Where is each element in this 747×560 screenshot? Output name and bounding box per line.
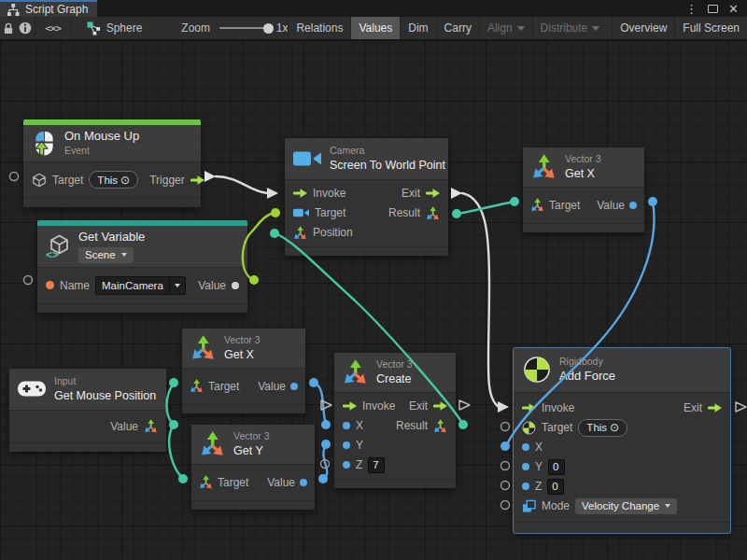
node-screen-to-world-point[interactable]: Camera Screen To World Point Invoke Exit… xyxy=(285,138,448,256)
wire-getx-to-create-x xyxy=(314,383,326,425)
code-view-button[interactable]: <×> xyxy=(35,17,71,39)
align-button[interactable]: Align xyxy=(479,17,532,39)
port-camera-result-out[interactable] xyxy=(452,209,461,218)
target-object-picker[interactable]: This⊙ xyxy=(89,171,138,189)
float-port-icon xyxy=(522,483,529,490)
node-add-force[interactable]: Rigidbody Add Force Invoke Exit Target T… xyxy=(514,348,730,533)
vector3-icon xyxy=(343,359,368,385)
node-on-mouse-up[interactable]: On Mouse Up Event Target This⊙ Trigger xyxy=(23,119,201,207)
z-port-label: Z xyxy=(535,480,542,493)
flow-arrow-icon xyxy=(190,175,204,185)
variable-scope-dropdown[interactable]: Scene xyxy=(78,247,134,263)
carry-button[interactable]: Carry xyxy=(436,17,479,39)
invoke-port-label: Invoke xyxy=(542,401,574,414)
maximize-icon[interactable] xyxy=(708,5,718,13)
gameobject-icon xyxy=(32,173,47,188)
y-value-input[interactable]: 0 xyxy=(548,459,565,475)
chevron-down-icon xyxy=(517,26,525,31)
distribute-button[interactable]: Distribute xyxy=(532,17,608,39)
vector3-icon xyxy=(190,335,216,360)
port-create-x-in[interactable] xyxy=(321,420,331,429)
z-port-label: Z xyxy=(356,458,362,471)
port-mousepos-value-out[interactable] xyxy=(169,420,178,429)
mode-dropdown[interactable]: Velocity Change xyxy=(575,498,677,514)
window-menu-icon[interactable]: ⋮ xyxy=(685,3,698,15)
float-port-icon xyxy=(522,443,529,451)
vector3-port-icon xyxy=(190,379,204,393)
input-icon xyxy=(18,380,46,398)
port-create-result-out[interactable] xyxy=(458,420,468,429)
z-value-input[interactable]: 0 xyxy=(547,479,564,495)
port-create-y-in[interactable] xyxy=(321,440,331,449)
port-getvariable-name-in[interactable] xyxy=(24,276,33,285)
node-get-y[interactable]: Vector 3 Get Y Target Value xyxy=(191,425,315,510)
port-camera-exit-out[interactable] xyxy=(451,188,462,199)
z-value-input[interactable]: 7 xyxy=(368,457,385,473)
object-picker-icon: ⊙ xyxy=(120,175,130,186)
port-gety-target-in[interactable] xyxy=(178,474,188,483)
node-get-variable[interactable]: <> Get Variable Scene Name MainCamera Va… xyxy=(37,220,247,313)
full-screen-button[interactable]: Full Screen xyxy=(674,17,747,39)
port-gety-value-out[interactable] xyxy=(318,474,328,483)
close-icon[interactable]: ✕ xyxy=(728,3,739,15)
dim-button[interactable]: Dim xyxy=(400,17,435,39)
info-button[interactable] xyxy=(17,17,35,39)
port-getx-right-target-in[interactable] xyxy=(510,197,519,206)
float-port-icon xyxy=(629,202,637,209)
lock-icon xyxy=(3,21,14,35)
overview-button[interactable]: Overview xyxy=(612,17,674,39)
node-category: Vector 3 xyxy=(565,153,601,166)
lock-button[interactable] xyxy=(0,17,17,39)
mouse-up-icon xyxy=(32,131,56,156)
wire-camera-result-to-getx xyxy=(457,202,514,214)
port-addforce-mode-in[interactable] xyxy=(501,501,510,510)
value-port-label: Value xyxy=(597,199,625,212)
zoom-label: Zoom xyxy=(181,21,210,35)
flow-arrow-icon xyxy=(522,403,536,413)
vector3-port-icon xyxy=(144,419,158,433)
tab-script-graph[interactable]: Script Graph xyxy=(0,0,97,17)
node-category: Vector 3 xyxy=(376,358,413,371)
zoom-slider-handle[interactable] xyxy=(263,23,274,34)
variable-name-dropdown[interactable]: MainCamera xyxy=(95,276,186,295)
value-port-label: Value xyxy=(267,476,295,489)
tab-title: Script Graph xyxy=(25,3,88,16)
svg-text:<>: <> xyxy=(46,247,59,259)
port-create-z-in[interactable] xyxy=(321,460,330,469)
dropdown-arrow-button[interactable] xyxy=(169,277,185,294)
port-getx-right-value-out[interactable] xyxy=(648,197,657,206)
graph-breadcrumb[interactable]: Sphere xyxy=(87,21,143,35)
port-create-exit-out[interactable] xyxy=(459,400,470,410)
port-addforce-exit-out[interactable] xyxy=(736,402,746,412)
port-getx-mid-target-in[interactable] xyxy=(169,378,178,387)
float-port-icon xyxy=(290,383,298,390)
port-onmouseup-target-in[interactable] xyxy=(10,173,19,181)
port-addforce-x-in[interactable] xyxy=(500,441,510,451)
port-camera-target-in[interactable] xyxy=(271,208,280,217)
node-get-x-mid[interactable]: Vector 3 Get X Target Value xyxy=(182,329,305,413)
zoom-value: 1x xyxy=(276,21,289,35)
port-create-invoke-in[interactable] xyxy=(321,400,331,410)
port-addforce-target-in[interactable] xyxy=(501,423,510,431)
relations-button[interactable]: Relations xyxy=(288,17,350,39)
node-get-x-right[interactable]: Vector 3 Get X Target Value xyxy=(523,147,644,232)
float-port-icon xyxy=(343,441,350,449)
port-getx-mid-value-out[interactable] xyxy=(309,378,318,387)
node-title: Screen To World Point xyxy=(330,158,440,173)
node-vector3-create[interactable]: Vector 3 Create Invoke Exit X Result xyxy=(334,353,456,488)
node-get-mouse-position[interactable]: Input Get Mouse Position Value xyxy=(9,369,166,452)
wire-arrowhead xyxy=(267,188,278,199)
zoom-slider[interactable] xyxy=(219,27,271,29)
graph-toolbar: <×> Sphere Zoom 1x Relations Values Dim … xyxy=(0,17,747,40)
values-button[interactable]: Values xyxy=(350,17,400,39)
port-addforce-y-in[interactable] xyxy=(501,462,510,470)
port-camera-position-in[interactable] xyxy=(270,229,279,238)
graph-canvas[interactable]: On Mouse Up Event Target This⊙ Trigger <… xyxy=(0,40,747,560)
flow-arrow-icon xyxy=(433,401,447,411)
port-addforce-z-in[interactable] xyxy=(501,482,510,490)
value-port-label: Value xyxy=(198,279,226,292)
port-getvariable-value-out[interactable] xyxy=(249,275,259,285)
target-object-picker[interactable]: This⊙ xyxy=(578,419,627,437)
port-onmouseup-trigger-out[interactable] xyxy=(204,171,216,182)
node-title: Add Force xyxy=(559,369,615,385)
